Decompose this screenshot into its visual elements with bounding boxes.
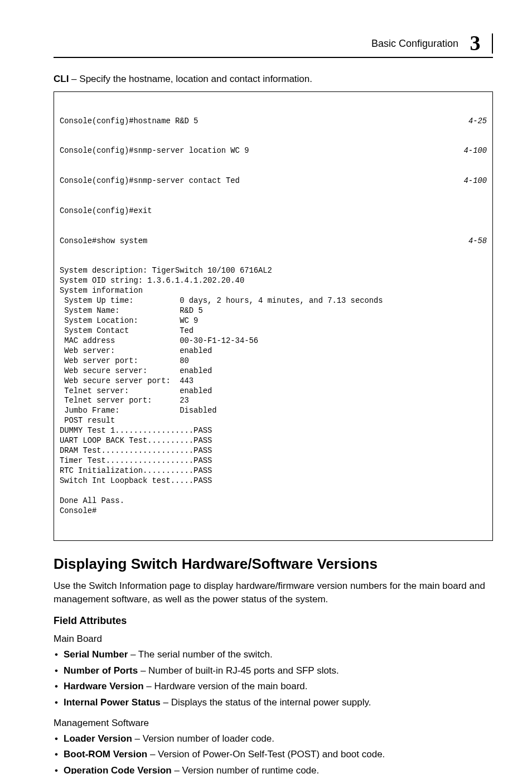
list-item: Boot-ROM Version – Version of Power-On S… <box>54 748 493 762</box>
chapter-number-icon: 3 <box>465 33 485 54</box>
cli-text: Console(config)#hostname R&D 5 <box>60 117 198 127</box>
item-rest: – Version number of runtime code. <box>172 765 320 774</box>
list-item: Serial Number – The serial number of the… <box>54 648 493 662</box>
item-bold: Internal Power Status <box>64 697 161 708</box>
cli-text: Console(config)#exit <box>60 206 152 216</box>
mgmt-software-list: Loader Version – Version number of loade… <box>54 732 493 774</box>
item-bold: Loader Version <box>64 733 132 744</box>
cli-line: Console#show system 4-58 <box>60 236 487 246</box>
list-item: Operation Code Version – Version number … <box>54 764 493 774</box>
header-section-title: Basic Configuration <box>371 38 458 50</box>
cli-pageref: 4-58 <box>468 236 487 246</box>
field-attributes-heading: Field Attributes <box>54 615 493 627</box>
item-bold: Number of Ports <box>64 665 138 676</box>
cli-intro: CLI – Specify the hostname, location and… <box>54 72 493 86</box>
item-rest: – Number of built-in RJ-45 ports and SFP… <box>138 665 339 676</box>
item-bold: Boot-ROM Version <box>64 749 147 760</box>
header-rule <box>54 57 493 58</box>
item-rest: – Version of Power-On Self-Test (POST) a… <box>147 749 385 760</box>
cli-pageref: 4-100 <box>464 176 487 186</box>
item-bold: Operation Code Version <box>64 765 172 774</box>
cli-intro-bold: CLI <box>54 74 69 84</box>
list-item: Number of Ports – Number of built-in RJ-… <box>54 664 493 678</box>
item-rest: – Displays the status of the internal po… <box>161 697 371 708</box>
cli-line: Console(config)#snmp-server contact Ted … <box>60 176 487 186</box>
cli-text: Console#show system <box>60 236 147 246</box>
list-item: Loader Version – Version number of loade… <box>54 732 493 746</box>
list-item: Hardware Version – Hardware version of t… <box>54 680 493 694</box>
section-intro: Use the Switch Information page to displ… <box>54 579 493 606</box>
item-bold: Hardware Version <box>64 681 144 691</box>
section-title: Displaying Switch Hardware/Software Vers… <box>54 555 493 573</box>
running-header: Basic Configuration 3 <box>54 33 493 54</box>
cli-line: Console(config)#hostname R&D 5 4-25 <box>60 117 487 127</box>
item-bold: Serial Number <box>64 649 128 660</box>
cli-intro-rest: – Specify the hostname, location and con… <box>69 74 312 84</box>
cli-text: Console(config)#snmp-server contact Ted <box>60 176 240 186</box>
main-board-heading: Main Board <box>54 633 493 645</box>
main-board-list: Serial Number – The serial number of the… <box>54 648 493 710</box>
cli-body: System description: TigerSwitch 10/100 6… <box>60 266 487 516</box>
cli-pageref: 4-25 <box>468 117 487 127</box>
header-divider <box>492 33 493 54</box>
cli-pageref: 4-100 <box>464 146 487 156</box>
cli-text: Console(config)#snmp-server location WC … <box>60 146 249 156</box>
list-item: Internal Power Status – Displays the sta… <box>54 696 493 710</box>
item-rest: – Version number of loader code. <box>132 733 274 744</box>
cli-line: Console(config)#exit <box>60 206 487 216</box>
cli-output-box: Console(config)#hostname R&D 5 4-25 Cons… <box>54 91 493 541</box>
item-rest: – Hardware version of the main board. <box>144 681 308 691</box>
page: Basic Configuration 3 CLI – Specify the … <box>0 0 532 774</box>
mgmt-software-heading: Management Software <box>54 718 493 729</box>
item-rest: – The serial number of the switch. <box>128 649 273 660</box>
cli-line: Console(config)#snmp-server location WC … <box>60 146 487 156</box>
